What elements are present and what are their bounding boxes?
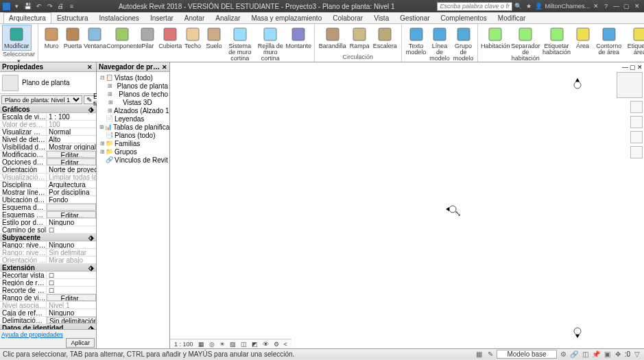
tab-vista[interactable]: Vista: [368, 12, 394, 23]
tree-item[interactable]: ⊟📋Vistas (todo): [98, 73, 168, 82]
elevation-marker-north[interactable]: [571, 77, 584, 90]
tab-masa-y-emplazamiento[interactable]: Masa y emplazamiento: [246, 12, 327, 23]
prop-value[interactable]: Alto: [47, 136, 96, 143]
help-search[interactable]: [437, 2, 512, 11]
habitación-button[interactable]: Habitación: [481, 25, 510, 62]
reveal-icon[interactable]: <: [283, 341, 289, 348]
contorno-de-área-button[interactable]: Contorno de área: [594, 25, 624, 62]
prop-row[interactable]: Rango: nivel superiorSin delimitar: [0, 249, 96, 256]
puerta-button[interactable]: Puerta: [62, 25, 83, 62]
tab-instalaciones[interactable]: Instalaciones: [94, 12, 145, 23]
unhide-icon[interactable]: 👁: [261, 341, 270, 348]
sun-path-icon[interactable]: ☀: [218, 341, 226, 348]
etiquetar-área-button[interactable]: Etiquetar área: [625, 25, 644, 62]
prop-value[interactable]: Sin delimitar: [47, 249, 96, 256]
crop-visible-icon[interactable]: ◩: [250, 341, 259, 348]
instance-selector[interactable]: Plano de planta: Nivel 1: [1, 95, 82, 104]
prop-value[interactable]: Arquitectura: [47, 181, 96, 188]
tab-modificar[interactable]: Modificar: [492, 12, 532, 23]
select-face-icon[interactable]: ▣: [603, 350, 612, 359]
drag-icon[interactable]: ✥: [614, 350, 623, 359]
prop-value[interactable]: 100: [47, 121, 96, 128]
prop-value[interactable]: Sin delimitación: [47, 317, 96, 324]
prop-value[interactable]: Ninguno: [47, 241, 96, 248]
tree-toggle-icon[interactable]: ⊞: [99, 124, 104, 130]
prop-value[interactable]: Mostrar original: [47, 143, 96, 150]
prop-value[interactable]: Ninguno: [47, 219, 96, 226]
properties-close[interactable]: ✕: [87, 64, 94, 71]
qat-redo[interactable]: ↷: [45, 2, 54, 11]
prop-row[interactable]: Nivel de detalleAlto: [0, 136, 96, 143]
área-button[interactable]: Área: [573, 25, 593, 62]
help-icon[interactable]: ?: [601, 2, 610, 11]
editable-icon[interactable]: ✎: [486, 350, 494, 359]
tab-insertar[interactable]: Insertar: [145, 12, 179, 23]
prop-row[interactable]: Rango de vistaEditar...: [0, 294, 96, 302]
nav-home-icon[interactable]: [630, 101, 643, 113]
qat-open[interactable]: ▾: [12, 2, 21, 11]
cubierta-button[interactable]: Cubierta: [158, 25, 182, 62]
techo-button[interactable]: Techo: [182, 25, 203, 62]
prop-value[interactable]: Ninguno: [47, 309, 96, 316]
user-name[interactable]: MiltonCharnes...: [545, 3, 590, 10]
separador-de-habitación-button[interactable]: Separador de habitación: [510, 25, 540, 62]
prop-value[interactable]: [47, 226, 96, 233]
prop-row[interactable]: Escala de vista1 : 100: [0, 113, 96, 121]
prop-value[interactable]: Editar...: [47, 151, 96, 158]
tree-toggle-icon[interactable]: ⊞: [108, 91, 112, 97]
prop-row[interactable]: Modificaciones de visi...Editar...: [0, 151, 96, 158]
prop-row[interactable]: Opciones de visualiza...Editar...: [0, 158, 96, 166]
tree-toggle-icon[interactable]: ⊞: [108, 108, 112, 114]
prop-value[interactable]: Limpiar todas las union...: [47, 173, 96, 180]
view-cube[interactable]: [617, 72, 643, 98]
tab-analizar[interactable]: Analizar: [210, 12, 246, 23]
apply-button[interactable]: Aplicar: [66, 338, 95, 348]
prop-row[interactable]: Rango: nivel baseNinguno: [0, 241, 96, 249]
tree-item[interactable]: ⊞Planos de techo: [98, 90, 168, 98]
grupo-de-modelo-button[interactable]: Grupo de modelo: [452, 25, 475, 62]
prop-value[interactable]: [47, 272, 96, 278]
design-options-icon[interactable]: ⚙: [559, 350, 568, 359]
prop-section-header[interactable]: Datos de identidad⬗: [0, 324, 96, 329]
properties-help-link[interactable]: Ayuda de propiedades: [1, 331, 95, 338]
crop-view-icon[interactable]: ◫: [239, 341, 248, 348]
componente-button[interactable]: Componente: [107, 25, 136, 62]
filter-icon[interactable]: ▽: [632, 350, 641, 359]
prop-row[interactable]: Esquema de color: [0, 204, 96, 211]
ventana-button[interactable]: Ventana: [84, 25, 106, 62]
prop-row[interactable]: Ubicación de esquem...Fondo: [0, 196, 96, 204]
tree-item[interactable]: ⊞📊Tablas de planificación/Cantida: [98, 123, 168, 131]
etiquetar-habitación-button[interactable]: Etiquetar habitación: [541, 25, 571, 62]
prop-row[interactable]: Visualizar modeloNormal: [0, 128, 96, 136]
tab-complementos[interactable]: Complementos: [436, 12, 492, 23]
prop-section-header[interactable]: Subyacente⬗: [0, 234, 96, 241]
prop-value[interactable]: 1 : 100: [47, 113, 96, 120]
qat-more[interactable]: ≡: [67, 2, 76, 11]
texto-modelo-button[interactable]: Texto modelo: [405, 25, 428, 62]
project-tree[interactable]: ⊟📋Vistas (todo)⊞Planos de planta⊞Planos …: [97, 72, 169, 348]
escalera-button[interactable]: Escalera: [372, 25, 398, 53]
prop-row[interactable]: Esquemas de color de ...Editar...: [0, 211, 96, 219]
sistema-de-muro-cortina-button[interactable]: Sistema de muro cortina: [225, 25, 254, 62]
tree-item[interactable]: ⊞Planos de planta: [98, 82, 168, 90]
montante-button[interactable]: Montante: [286, 25, 311, 62]
select-links-icon[interactable]: 🔗: [570, 350, 579, 359]
detail-level-icon[interactable]: ▦: [197, 341, 206, 348]
tree-item[interactable]: 📄Leyendas: [98, 115, 168, 123]
tab-estructura[interactable]: Estructura: [51, 12, 94, 23]
qat-save[interactable]: 💾: [23, 2, 32, 11]
minimize-button[interactable]: —: [612, 2, 621, 11]
prop-value[interactable]: Normal: [47, 128, 96, 135]
prop-value[interactable]: Editar...: [47, 294, 96, 301]
suelo-button[interactable]: Suelo: [204, 25, 224, 62]
tab-anotar[interactable]: Anotar: [179, 12, 210, 23]
prop-row[interactable]: Visibilidad de piezasMostrar original: [0, 143, 96, 151]
view-max-icon[interactable]: ▢: [630, 64, 636, 71]
maximize-button[interactable]: ▢: [622, 2, 631, 11]
select-underlay-icon[interactable]: ◫: [581, 350, 590, 359]
prop-row[interactable]: Valor de escala 1:100: [0, 121, 96, 128]
temp-hide-icon[interactable]: ⚙: [272, 341, 281, 348]
prop-value[interactable]: Por disciplina: [47, 189, 96, 195]
prop-row[interactable]: Recorte de anotación: [0, 287, 96, 294]
elevation-marker-south[interactable]: [571, 326, 584, 339]
